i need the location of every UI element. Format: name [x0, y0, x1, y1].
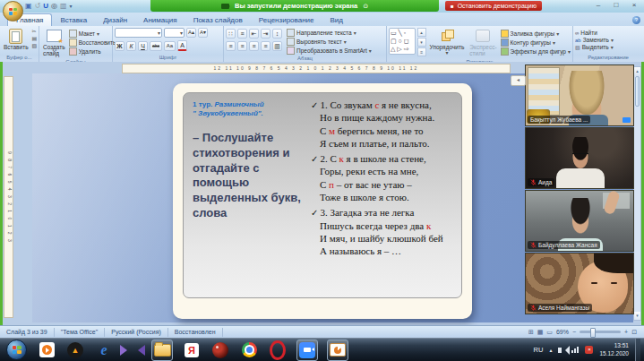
shrink-font-icon[interactable]: А▾: [198, 28, 208, 38]
media-player-icon[interactable]: [37, 340, 56, 360]
slideshow-icon[interactable]: ▭: [546, 329, 553, 336]
fit-to-window-icon[interactable]: ⊡: [631, 329, 637, 336]
select-button[interactable]: ▧Выделить▾: [575, 44, 614, 50]
save-icon[interactable]: ▣: [25, 2, 32, 11]
italic-icon[interactable]: К: [126, 41, 136, 51]
network-icon[interactable]: [571, 347, 579, 353]
shapes-scroll-up-icon[interactable]: ▴: [417, 28, 426, 37]
decrease-indent-icon[interactable]: ⇤: [249, 29, 259, 39]
avg-antivirus-icon[interactable]: ▲: [65, 340, 85, 360]
powerpoint-icon[interactable]: [327, 340, 348, 361]
scrollbar-thumb[interactable]: [635, 76, 640, 107]
increase-indent-icon[interactable]: ⇥: [261, 29, 270, 39]
find-quick-icon[interactable]: ◎: [51, 2, 57, 11]
reset-button[interactable]: Восстановить: [69, 39, 116, 47]
copy-icon[interactable]: ▤: [32, 35, 38, 41]
slide-content-card[interactable]: 1 тур. Разминочный " Звукобуквенный". – …: [173, 83, 472, 319]
zoom-in-icon[interactable]: +: [624, 329, 628, 335]
align-text-button[interactable]: Выровнять текст▾: [287, 38, 372, 46]
theme-name[interactable]: "Тема Office": [55, 328, 106, 337]
grow-font-icon[interactable]: А▴: [186, 28, 196, 38]
show-desktop-button[interactable]: [635, 339, 640, 361]
bold-icon[interactable]: Ж: [115, 41, 125, 51]
format-painter-icon[interactable]: ▧: [32, 42, 38, 48]
columns-icon[interactable]: ▥: [272, 41, 282, 51]
volume-icon[interactable]: [558, 348, 562, 353]
tab-vid[interactable]: Вид: [322, 14, 351, 26]
slide-text-panel[interactable]: 1 тур. Разминочный " Звукобуквенный". – …: [183, 92, 462, 298]
keyboard-language[interactable]: RU: [534, 346, 544, 354]
normal-view-icon[interactable]: ⊞: [528, 329, 534, 336]
find-button[interactable]: ∞Найти: [575, 30, 614, 36]
zoom-app-icon[interactable]: [296, 340, 318, 361]
zoom-slider-thumb[interactable]: [590, 328, 596, 338]
new-slide-button[interactable]: Создать слайд: [41, 28, 67, 58]
shape-outline-button[interactable]: Контур фигуры▾: [501, 39, 571, 47]
zoom-out-icon[interactable]: −: [572, 329, 576, 335]
collapse-videos-button[interactable]: ◂: [511, 75, 526, 86]
internet-explorer-icon[interactable]: e: [94, 340, 114, 360]
replace-button[interactable]: abЗаменить▾: [575, 37, 614, 43]
convert-smartart-button[interactable]: Преобразовать в SmartArt▾: [287, 47, 372, 55]
clock[interactable]: 13:51 15.12.2020: [599, 342, 629, 358]
action-center-icon[interactable]: ×: [585, 346, 593, 354]
yandex-browser-icon[interactable]: Я: [182, 340, 202, 360]
video-tile-3[interactable]: Байдуллаева Жансая: [525, 190, 634, 252]
change-case-icon[interactable]: Аа: [164, 41, 176, 51]
vertical-scrollbar[interactable]: ▴ ▾: [633, 66, 641, 321]
hidden-icons-icon[interactable]: ▴: [549, 347, 552, 353]
start-button[interactable]: [6, 340, 27, 360]
google-chrome-icon[interactable]: [239, 340, 259, 360]
font-size-select[interactable]: ▾: [164, 28, 185, 38]
cut-icon[interactable]: ✂: [32, 28, 38, 34]
shapes-scroll-down-icon[interactable]: ▾: [417, 38, 426, 47]
scroll-up-icon[interactable]: ▴: [634, 67, 640, 75]
arrange-button[interactable]: Упорядочить▾: [428, 28, 467, 57]
dark-red-browser-icon[interactable]: [210, 340, 230, 360]
shapes-gallery[interactable]: ▭ ╲ ◦ ▢ ○ ◻ △ ▷ ⇨ ⇩ ◇ ◠ ☆ ( ) ◡ ▱ ✎: [389, 28, 416, 55]
shape-fill-button[interactable]: Заливка фигуры▾: [501, 30, 571, 38]
bullets-icon[interactable]: ∷: [226, 29, 236, 39]
font-name-select[interactable]: ▾: [115, 28, 162, 38]
text-direction-button[interactable]: Направление текста▾: [287, 29, 372, 37]
shapes-more-icon[interactable]: ≡: [417, 47, 426, 56]
file-explorer-icon[interactable]: [151, 340, 173, 361]
video-tile-4[interactable]: Аселя Наймангазы: [525, 253, 634, 314]
slide-sorter-icon[interactable]: ▦: [537, 329, 544, 336]
video-tile-1[interactable]: Бақыттул Жубаева ...: [525, 64, 634, 126]
layout-button[interactable]: Макет▾: [69, 30, 116, 38]
stop-share-button[interactable]: ■ Остановить демонстрацию: [445, 1, 542, 11]
strikethrough-icon[interactable]: abc: [150, 41, 162, 51]
paste-button[interactable]: Вставить: [2, 28, 30, 51]
delete-slide-button[interactable]: Удалить: [69, 47, 116, 56]
maximize-button[interactable]: □: [610, 1, 623, 9]
custom-quick-icon[interactable]: U: [43, 2, 48, 11]
tab-retsenzirovanie[interactable]: Рецензирование: [251, 14, 322, 26]
tab-dizayn[interactable]: Дизайн: [95, 14, 135, 26]
customize-quick-access-icon[interactable]: ▾: [70, 2, 73, 11]
office-button[interactable]: [3, 1, 23, 21]
picture-quick-icon[interactable]: ▥: [60, 2, 67, 11]
shape-effects-button[interactable]: Эффекты для фигур▾: [501, 47, 571, 56]
help-icon[interactable]: ?: [632, 16, 640, 24]
justify-icon[interactable]: ≡: [261, 41, 270, 51]
zoom-slider[interactable]: [580, 331, 621, 333]
quick-styles-button[interactable]: Экспресс-стили: [468, 28, 498, 58]
align-center-icon[interactable]: ≡: [237, 41, 247, 51]
horizontal-ruler[interactable]: 12 11 10 9 8 7 6 5 4 3 2 1 0 1 2 3 4 5 6…: [122, 64, 511, 73]
align-left-icon[interactable]: ≡: [226, 41, 236, 51]
close-button[interactable]: ×: [628, 1, 640, 9]
tab-pokaz-slaydov[interactable]: Показ слайдов: [185, 14, 251, 26]
scroll-down-icon[interactable]: ▾: [634, 312, 640, 320]
numbering-icon[interactable]: ≡: [237, 29, 247, 39]
font-color-icon[interactable]: А: [177, 40, 187, 51]
tab-vstavka[interactable]: Вставка: [52, 14, 95, 26]
vertical-ruler[interactable]: 9 8 7 6 5 4 3 2 1 0 1 2 3: [4, 76, 13, 318]
minimize-button[interactable]: –: [592, 1, 605, 9]
tab-animatsiya[interactable]: Анимация: [135, 14, 185, 26]
align-right-icon[interactable]: ≡: [249, 41, 259, 51]
language-indicator[interactable]: Русский (Россия): [105, 328, 168, 337]
line-spacing-icon[interactable]: ↕: [272, 29, 282, 39]
opera-icon[interactable]: [268, 340, 288, 360]
undo-icon[interactable]: ↺: [35, 2, 41, 11]
